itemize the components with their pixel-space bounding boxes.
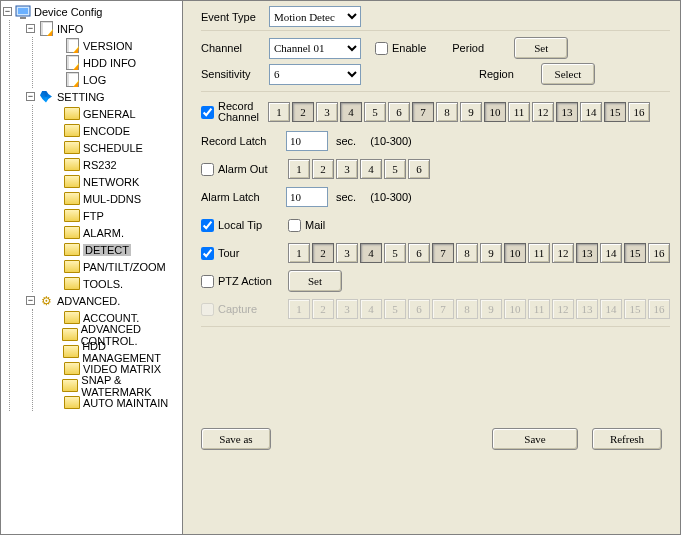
channel-8-toggle[interactable]: 8 bbox=[456, 243, 478, 263]
tree-item[interactable]: NETWORK bbox=[49, 173, 182, 190]
expander-icon[interactable]: − bbox=[26, 92, 35, 101]
tree-item[interactable]: −INFO bbox=[26, 20, 182, 37]
ptz-action-checkbox[interactable] bbox=[201, 275, 214, 288]
expander-icon[interactable]: − bbox=[26, 296, 35, 305]
channel-14-toggle[interactable]: 14 bbox=[600, 243, 622, 263]
tree-item[interactable]: VERSION bbox=[49, 37, 182, 54]
record-latch-input[interactable] bbox=[286, 131, 328, 151]
channel-5-toggle[interactable]: 5 bbox=[384, 243, 406, 263]
channel-7-toggle[interactable]: 7 bbox=[412, 102, 434, 122]
save-as-button[interactable]: Save as bbox=[201, 428, 271, 450]
channel-9-toggle[interactable]: 9 bbox=[480, 243, 502, 263]
channel-2-toggle[interactable]: 2 bbox=[312, 243, 334, 263]
folder-icon bbox=[64, 158, 80, 171]
channel-5-toggle[interactable]: 5 bbox=[364, 102, 386, 122]
tree-item[interactable]: GENERAL bbox=[49, 105, 182, 122]
tree-item[interactable]: PAN/TILT/ZOOM bbox=[49, 258, 182, 275]
channel-3-toggle[interactable]: 3 bbox=[336, 243, 358, 263]
tree-item[interactable]: −SETTING bbox=[26, 88, 182, 105]
tree-item[interactable]: LOG bbox=[49, 71, 182, 88]
channel-14-toggle[interactable]: 14 bbox=[580, 102, 602, 122]
tree-item-label: FTP bbox=[83, 210, 104, 222]
folder-icon bbox=[64, 141, 80, 154]
tree-item[interactable]: FTP bbox=[49, 207, 182, 224]
record-channel-buttons: 12345678910111213141516 bbox=[268, 102, 650, 122]
enable-checkbox[interactable] bbox=[375, 42, 388, 55]
folder-icon bbox=[62, 379, 78, 392]
channel-7-toggle[interactable]: 7 bbox=[432, 243, 454, 263]
channel-1-toggle[interactable]: 1 bbox=[288, 159, 310, 179]
ptz-set-button[interactable]: Set bbox=[288, 270, 342, 292]
channel-9-toggle: 9 bbox=[480, 299, 502, 319]
alarm-latch-input[interactable] bbox=[286, 187, 328, 207]
channel-16-toggle[interactable]: 16 bbox=[648, 243, 670, 263]
doc-icon bbox=[64, 39, 80, 52]
channel-4-toggle[interactable]: 4 bbox=[340, 102, 362, 122]
refresh-button[interactable]: Refresh bbox=[592, 428, 662, 450]
tree-item[interactable]: ENCODE bbox=[49, 122, 182, 139]
tree-item[interactable]: ALARM. bbox=[49, 224, 182, 241]
channel-10-toggle[interactable]: 10 bbox=[484, 102, 506, 122]
channel-2-toggle[interactable]: 2 bbox=[292, 102, 314, 122]
channel-15-toggle[interactable]: 15 bbox=[604, 102, 626, 122]
folder-icon bbox=[64, 192, 80, 205]
tree-item[interactable]: RS232 bbox=[49, 156, 182, 173]
save-button[interactable]: Save bbox=[492, 428, 578, 450]
channel-8-toggle[interactable]: 8 bbox=[436, 102, 458, 122]
channel-13-toggle[interactable]: 13 bbox=[576, 243, 598, 263]
channel-12-toggle[interactable]: 12 bbox=[552, 243, 574, 263]
label-tour: Tour bbox=[218, 247, 288, 259]
tree-item[interactable]: TOOLS. bbox=[49, 275, 182, 292]
tree-item-label: PAN/TILT/ZOOM bbox=[83, 261, 166, 273]
channel-2-toggle[interactable]: 2 bbox=[312, 159, 334, 179]
tree-item[interactable]: −ADVANCED. bbox=[26, 292, 182, 309]
channel-4-toggle[interactable]: 4 bbox=[360, 243, 382, 263]
channel-8-toggle: 8 bbox=[456, 299, 478, 319]
period-set-button[interactable]: Set bbox=[514, 37, 568, 59]
expander-icon[interactable]: − bbox=[26, 24, 35, 33]
channel-4-toggle: 4 bbox=[360, 299, 382, 319]
record-channel-checkbox[interactable] bbox=[201, 106, 214, 119]
tree-item[interactable]: MUL-DDNS bbox=[49, 190, 182, 207]
channel-10-toggle[interactable]: 10 bbox=[504, 243, 526, 263]
doc-icon bbox=[38, 22, 54, 35]
channel-12-toggle[interactable]: 12 bbox=[532, 102, 554, 122]
channel-13-toggle[interactable]: 13 bbox=[556, 102, 578, 122]
channel-4-toggle[interactable]: 4 bbox=[360, 159, 382, 179]
channel-1-toggle[interactable]: 1 bbox=[268, 102, 290, 122]
channel-3-toggle[interactable]: 3 bbox=[336, 159, 358, 179]
tree-item-label: AUTO MAINTAIN bbox=[83, 397, 168, 409]
event-type-select[interactable]: Motion Detec bbox=[269, 6, 361, 27]
sensitivity-select[interactable]: 6 bbox=[269, 64, 361, 85]
channel-3-toggle[interactable]: 3 bbox=[316, 102, 338, 122]
channel-5-toggle[interactable]: 5 bbox=[384, 159, 406, 179]
channel-10-toggle: 10 bbox=[504, 299, 526, 319]
tree-item[interactable]: HDD MANAGEMENT bbox=[49, 343, 182, 360]
expander-icon[interactable]: − bbox=[3, 7, 12, 16]
region-select-button[interactable]: Select bbox=[541, 63, 595, 85]
tree-root-item[interactable]: −Device Config bbox=[3, 3, 182, 20]
tree-item[interactable]: DETECT bbox=[49, 241, 182, 258]
tree-item[interactable]: AUTO MAINTAIN bbox=[49, 394, 182, 411]
tree-item[interactable]: SCHEDULE bbox=[49, 139, 182, 156]
local-tip-checkbox[interactable] bbox=[201, 219, 214, 232]
channel-15-toggle[interactable]: 15 bbox=[624, 243, 646, 263]
channel-11-toggle[interactable]: 11 bbox=[508, 102, 530, 122]
channel-16-toggle[interactable]: 16 bbox=[628, 102, 650, 122]
tour-checkbox[interactable] bbox=[201, 247, 214, 260]
channel-6-toggle[interactable]: 6 bbox=[408, 243, 430, 263]
alarm-out-checkbox[interactable] bbox=[201, 163, 214, 176]
label-event-type: Event Type bbox=[201, 11, 269, 23]
label-range-2: (10-300) bbox=[370, 191, 412, 203]
channel-6-toggle[interactable]: 6 bbox=[388, 102, 410, 122]
channel-9-toggle[interactable]: 9 bbox=[460, 102, 482, 122]
channel-14-toggle: 14 bbox=[600, 299, 622, 319]
tree-item[interactable]: SNAP & WATERMARK bbox=[49, 377, 182, 394]
tree-item[interactable]: HDD INFO bbox=[49, 54, 182, 71]
channel-1-toggle[interactable]: 1 bbox=[288, 243, 310, 263]
channel-select[interactable]: Channel 01 bbox=[269, 38, 361, 59]
channel-11-toggle[interactable]: 11 bbox=[528, 243, 550, 263]
channel-6-toggle[interactable]: 6 bbox=[408, 159, 430, 179]
mail-checkbox[interactable] bbox=[288, 219, 301, 232]
folder-icon bbox=[62, 328, 78, 341]
